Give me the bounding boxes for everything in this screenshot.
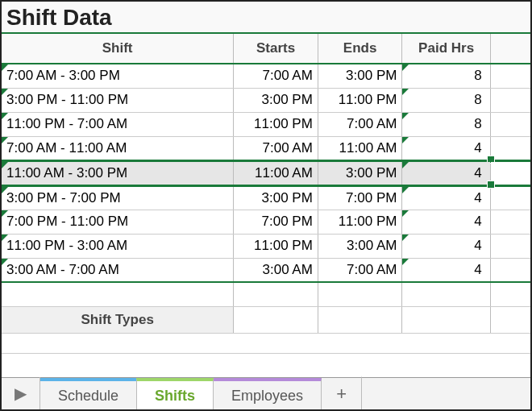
cell-paid-hrs[interactable]: 4: [402, 234, 490, 258]
sheet-tabstrip: ▶ Schedule Shifts Employees +: [2, 377, 530, 409]
cell-paid-hrs[interactable]: 4: [402, 160, 490, 185]
col-starts[interactable]: Starts: [234, 34, 318, 64]
cell-ends[interactable]: 11:00 PM: [318, 210, 402, 234]
plus-icon: +: [336, 384, 347, 404]
cell-shift[interactable]: 11:00 PM - 7:00 AM: [2, 112, 234, 136]
cell-starts[interactable]: 3:00 PM: [234, 88, 318, 112]
page-title: Shift Data: [2, 2, 530, 34]
cell-empty[interactable]: [402, 282, 490, 306]
col-ends[interactable]: Ends: [318, 34, 402, 64]
cell-paid-hrs[interactable]: 4: [402, 136, 490, 160]
cell-blank[interactable]: [490, 185, 530, 210]
bottom-area: ▶ Schedule Shifts Employees +: [2, 353, 530, 409]
cell-ends[interactable]: 3:00 AM: [318, 234, 402, 258]
cell-starts[interactable]: 7:00 PM: [234, 210, 318, 234]
cell-ends[interactable]: 7:00 AM: [318, 258, 402, 282]
cell-ends[interactable]: 7:00 PM: [318, 185, 402, 210]
tab-employees[interactable]: Employees: [214, 378, 322, 409]
shift-table: Shift Starts Ends Paid Hrs 7:00 AM - 3:0…: [2, 34, 530, 334]
table-row[interactable]: 7:00 AM - 11:00 AM7:00 AM11:00 AM4: [2, 136, 530, 160]
col-blank: [490, 34, 530, 64]
cell-blank[interactable]: [490, 136, 530, 160]
cell-shift[interactable]: 3:00 PM - 11:00 PM: [2, 88, 234, 112]
table-row-empty[interactable]: [2, 282, 530, 306]
cell-ends[interactable]: 7:00 AM: [318, 112, 402, 136]
cell-empty[interactable]: [318, 282, 402, 306]
table-row[interactable]: 3:00 PM - 11:00 PM3:00 PM11:00 PM8: [2, 88, 530, 112]
cell-shift[interactable]: 11:00 PM - 3:00 AM: [2, 234, 234, 258]
cell-shift[interactable]: 7:00 AM - 3:00 PM: [2, 64, 234, 88]
cell-blank[interactable]: [490, 112, 530, 136]
tab-schedule-label: Schedule: [58, 388, 118, 404]
cell-empty[interactable]: [402, 306, 490, 333]
table-row[interactable]: 7:00 AM - 3:00 PM7:00 AM3:00 PM8: [2, 64, 530, 88]
cell-starts[interactable]: 11:00 PM: [234, 112, 318, 136]
cell-blank[interactable]: [490, 160, 530, 185]
cell-starts[interactable]: 11:00 AM: [234, 160, 318, 185]
table-row[interactable]: 11:00 PM - 3:00 AM11:00 PM3:00 AM4: [2, 234, 530, 258]
cell-blank[interactable]: [490, 210, 530, 234]
cell-empty[interactable]: [490, 306, 530, 333]
cell-paid-hrs[interactable]: 4: [402, 258, 490, 282]
table-row[interactable]: 3:00 PM - 7:00 PM3:00 PM7:00 PM4: [2, 185, 530, 210]
cell-paid-hrs[interactable]: 8: [402, 64, 490, 88]
cell-ends[interactable]: 3:00 PM: [318, 160, 402, 185]
cell-paid-hrs[interactable]: 8: [402, 112, 490, 136]
cell-paid-hrs[interactable]: 4: [402, 210, 490, 234]
cell-shift[interactable]: 11:00 AM - 3:00 PM: [2, 160, 234, 185]
tab-schedule[interactable]: Schedule: [40, 378, 137, 409]
cell-ends[interactable]: 11:00 PM: [318, 88, 402, 112]
cell-empty[interactable]: [234, 282, 318, 306]
table-row-subheading[interactable]: Shift Types: [2, 306, 530, 333]
cell-blank[interactable]: [490, 88, 530, 112]
table-header-row: Shift Starts Ends Paid Hrs: [2, 34, 530, 64]
cell-shift[interactable]: 7:00 PM - 11:00 PM: [2, 210, 234, 234]
tab-employees-label: Employees: [231, 388, 303, 404]
cell-shift-types-label[interactable]: Shift Types: [2, 306, 234, 333]
cell-empty[interactable]: [318, 306, 402, 333]
cell-blank[interactable]: [490, 64, 530, 88]
table-row[interactable]: 11:00 AM - 3:00 PM11:00 AM3:00 PM4: [2, 160, 530, 185]
cell-ends[interactable]: 3:00 PM: [318, 64, 402, 88]
table-row[interactable]: 11:00 PM - 7:00 AM11:00 PM7:00 AM8: [2, 112, 530, 136]
cell-paid-hrs[interactable]: 8: [402, 88, 490, 112]
cell-ends[interactable]: 11:00 AM: [318, 136, 402, 160]
cell-blank[interactable]: [490, 258, 530, 282]
col-shift[interactable]: Shift: [2, 34, 234, 64]
cell-shift[interactable]: 3:00 PM - 7:00 PM: [2, 185, 234, 210]
cell-starts[interactable]: 11:00 PM: [234, 234, 318, 258]
cell-empty[interactable]: [490, 282, 530, 306]
cell-starts[interactable]: 7:00 AM: [234, 64, 318, 88]
col-paid-hrs[interactable]: Paid Hrs: [402, 34, 490, 64]
tab-add-sheet[interactable]: +: [322, 376, 362, 409]
cell-starts[interactable]: 3:00 PM: [234, 185, 318, 210]
sheet-nav-arrow[interactable]: ▶: [2, 377, 40, 409]
table-row[interactable]: 7:00 PM - 11:00 PM7:00 PM11:00 PM4: [2, 210, 530, 234]
cell-blank[interactable]: [490, 234, 530, 258]
cell-starts[interactable]: 7:00 AM: [234, 136, 318, 160]
cell-shift[interactable]: 3:00 AM - 7:00 AM: [2, 258, 234, 282]
table-row[interactable]: 3:00 AM - 7:00 AM3:00 AM7:00 AM4: [2, 258, 530, 282]
cell-shift[interactable]: 7:00 AM - 11:00 AM: [2, 136, 234, 160]
tab-shifts[interactable]: Shifts: [136, 378, 214, 409]
cell-empty[interactable]: [234, 306, 318, 333]
cell-empty[interactable]: [2, 282, 234, 306]
cell-paid-hrs[interactable]: 4: [402, 185, 490, 210]
tab-shifts-label: Shifts: [155, 388, 195, 404]
play-icon: ▶: [15, 384, 27, 403]
cell-starts[interactable]: 3:00 AM: [234, 258, 318, 282]
